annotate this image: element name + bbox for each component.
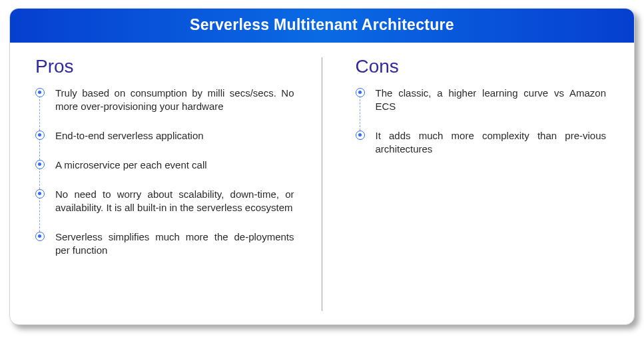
bullet-icon <box>38 163 41 166</box>
card-title: Serverless Multitenant Architecture <box>190 16 454 33</box>
cons-list: The classic, a higher learning curve vs … <box>356 87 607 156</box>
list-item: End-to-end serverless application <box>35 129 294 159</box>
card-header: Serverless Multitenant Architecture <box>10 9 634 43</box>
list-item-text: No need to worry about scalability, down… <box>55 188 294 213</box>
list-item: Serverless simplifies much more the de-p… <box>35 230 294 257</box>
pros-column: Pros Truly based on consumption by milli… <box>10 43 322 324</box>
list-item-text: It adds much more complexity than pre-vi… <box>376 130 607 155</box>
list-item: No need to worry about scalability, down… <box>35 188 294 230</box>
card-body: Pros Truly based on consumption by milli… <box>10 43 634 324</box>
pros-title: Pros <box>35 56 294 77</box>
list-item: A microservice per each event call <box>35 159 294 188</box>
list-item: Truly based on consumption by milli secs… <box>35 87 294 129</box>
cons-title: Cons <box>356 56 607 77</box>
list-item-text: End-to-end serverless application <box>55 130 204 141</box>
bullet-icon <box>358 133 362 137</box>
bullet-icon <box>358 91 362 94</box>
list-item: The classic, a higher learning curve vs … <box>356 87 607 129</box>
pros-list: Truly based on consumption by milli secs… <box>35 87 294 257</box>
bullet-icon <box>38 192 41 195</box>
bullet-icon <box>38 91 41 94</box>
list-item-text: Truly based on consumption by milli secs… <box>55 87 294 112</box>
list-item: It adds much more complexity than pre-vi… <box>356 129 607 156</box>
card: Serverless Multitenant Architecture Pros… <box>9 8 635 325</box>
bullet-icon <box>38 133 41 137</box>
list-item-text: The classic, a higher learning curve vs … <box>376 87 607 112</box>
stage: Serverless Multitenant Architecture Pros… <box>0 0 644 337</box>
cons-column: Cons The classic, a higher learning curv… <box>322 43 635 324</box>
list-item-text: Serverless simplifies much more the de-p… <box>55 231 294 256</box>
column-divider <box>322 57 322 311</box>
bullet-icon <box>38 234 41 238</box>
list-item-text: A microservice per each event call <box>55 159 207 170</box>
